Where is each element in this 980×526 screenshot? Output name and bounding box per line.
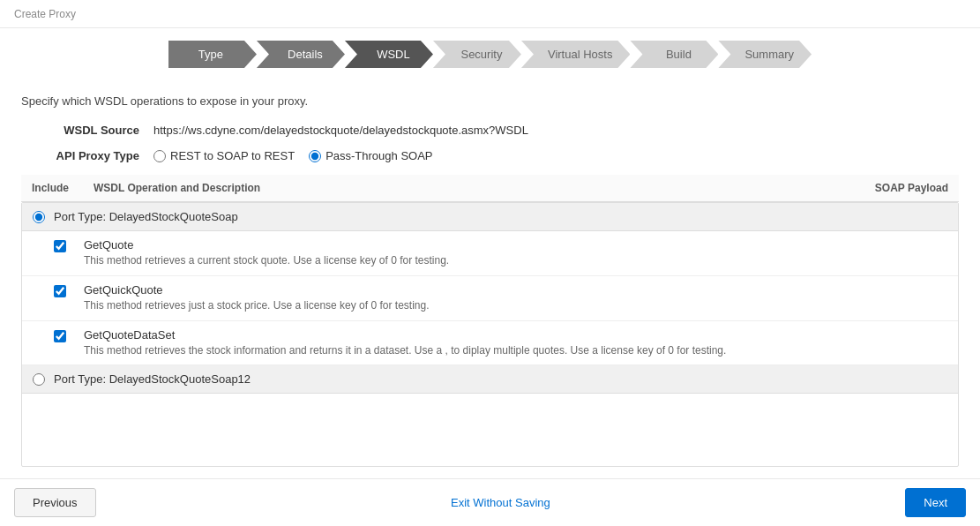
radio-label-pass-through: Pass-Through SOAP xyxy=(325,149,432,162)
stepper: TypeDetailsWSDLSecurityVirtual HostsBuil… xyxy=(0,28,980,80)
op-name-op2: GetQuickQuote xyxy=(84,283,947,297)
radio-input-rest-to-soap[interactable] xyxy=(153,150,166,162)
radio-input-pass-through[interactable] xyxy=(309,150,321,162)
step-build[interactable]: Build xyxy=(630,41,718,68)
port-type-row-port2[interactable]: Port Type: DelayedStockQuoteSoap12 xyxy=(22,365,958,394)
page-title: Create Proxy xyxy=(14,8,76,20)
op-checkbox-op1[interactable] xyxy=(54,240,66,252)
step-label-wsdl: WSDL xyxy=(345,41,433,68)
col-include-header: Include xyxy=(32,182,94,194)
step-label-type: Type xyxy=(168,41,257,68)
step-details[interactable]: Details xyxy=(257,41,345,68)
radio-group: REST to SOAP to RESTPass-Through SOAP xyxy=(153,149,433,162)
radio-rest-to-soap[interactable]: REST to SOAP to REST xyxy=(153,149,295,162)
op-name-op1: GetQuote xyxy=(84,238,947,252)
step-wsdl[interactable]: WSDL xyxy=(345,41,433,68)
step-summary[interactable]: Summary xyxy=(718,41,812,68)
previous-button[interactable]: Previous xyxy=(14,488,96,517)
subtitle: Specify which WSDL operations to expose … xyxy=(21,94,959,108)
port-type-radio-port1[interactable] xyxy=(33,211,45,223)
port-type-radio-port2[interactable] xyxy=(33,373,45,386)
op-desc-op3: This method retrieves the stock informat… xyxy=(84,343,947,358)
op-name-op3: GetQuoteDataSet xyxy=(84,328,947,342)
port-type-label-port2: Port Type: DelayedStockQuoteSoap12 xyxy=(54,372,251,386)
op-checkbox-op3[interactable] xyxy=(54,330,66,342)
step-security[interactable]: Security xyxy=(433,41,521,68)
col-operation-header: WSDL Operation and Description xyxy=(94,182,842,194)
footer: Previous Exit Without Saving Next xyxy=(0,478,980,526)
step-virtual-hosts[interactable]: Virtual Hosts xyxy=(521,41,630,68)
step-label-summary: Summary xyxy=(718,41,812,68)
op-desc-op2: This method retrieves just a stock price… xyxy=(84,298,947,313)
operation-row-op3: GetQuoteDataSetThis method retrieves the… xyxy=(22,321,958,366)
port-type-label-port1: Port Type: DelayedStockQuoteSoap xyxy=(54,210,238,223)
wsdl-source-label: WSDL Source xyxy=(21,124,153,137)
step-label-virtual-hosts: Virtual Hosts xyxy=(521,41,630,68)
content-area: Specify which WSDL operations to expose … xyxy=(0,80,980,481)
radio-label-rest-to-soap: REST to SOAP to REST xyxy=(170,149,295,162)
step-type[interactable]: Type xyxy=(168,41,257,68)
exit-without-saving-link[interactable]: Exit Without Saving xyxy=(451,496,550,509)
page-header: Create Proxy xyxy=(0,0,980,28)
wsdl-source-value: https://ws.cdyne.com/delayedstockquote/d… xyxy=(153,124,528,137)
next-button[interactable]: Next xyxy=(905,488,966,517)
api-proxy-type-label: API Proxy Type xyxy=(21,149,153,162)
radio-pass-through[interactable]: Pass-Through SOAP xyxy=(309,149,432,162)
operation-row-op2: GetQuickQuoteThis method retrieves just … xyxy=(22,276,958,321)
op-desc-op1: This method retrieves a current stock qu… xyxy=(84,253,947,268)
operations-table: Port Type: DelayedStockQuoteSoapGetQuote… xyxy=(21,202,959,467)
op-checkbox-op2[interactable] xyxy=(54,285,66,297)
step-label-build: Build xyxy=(630,41,718,68)
col-payload-header: SOAP Payload xyxy=(842,182,948,194)
port-type-row-port1[interactable]: Port Type: DelayedStockQuoteSoap xyxy=(22,203,958,231)
step-label-security: Security xyxy=(433,41,521,68)
step-label-details: Details xyxy=(257,41,345,68)
operation-row-op1: GetQuoteThis method retrieves a current … xyxy=(22,231,958,276)
